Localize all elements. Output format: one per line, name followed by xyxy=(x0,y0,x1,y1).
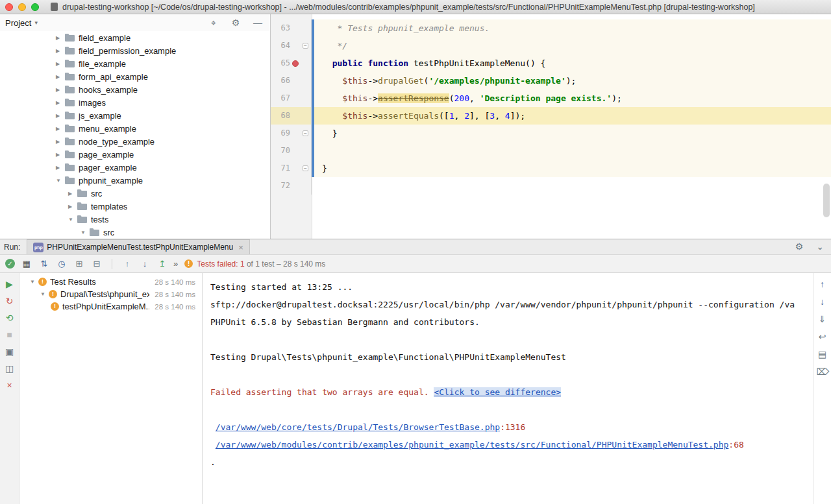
chevron-right-icon[interactable]: ▶ xyxy=(56,35,64,41)
console-file-link[interactable]: /var/www/web/core/tests/Drupal/Tests/Bro… xyxy=(216,422,500,432)
close-icon[interactable]: × xyxy=(4,381,16,390)
show-passed-icon[interactable]: ✓ xyxy=(5,259,15,269)
zoom-button[interactable] xyxy=(31,3,39,11)
stop-icon[interactable]: ■ xyxy=(4,330,16,340)
sort-alphabetically-icon[interactable]: ⇅ xyxy=(38,259,50,269)
tree-item-form_api_example[interactable]: ▶form_api_example xyxy=(0,70,270,83)
tree-item-js_example[interactable]: ▶js_example xyxy=(0,109,270,122)
code-text[interactable]: * Tests phpunit_example menus. xyxy=(314,19,831,37)
tree-item-label: node_type_example xyxy=(79,137,155,147)
clear-all-icon[interactable]: ⌦ xyxy=(817,367,828,377)
gear-icon[interactable]: ⚙ xyxy=(793,242,805,252)
tree-item-hooks_example[interactable]: ▶hooks_example xyxy=(0,83,270,96)
tree-item-templates[interactable]: ▶templates xyxy=(0,200,270,213)
tree-item-tests[interactable]: ▼tests xyxy=(0,213,270,226)
tree-item-field_example[interactable]: ▶field_example xyxy=(0,31,270,44)
test-tree-item[interactable]: !testPhpUnitExampleM...28 s 140 ms xyxy=(19,300,202,313)
chevron-down-icon[interactable]: ▼ xyxy=(56,178,64,184)
tree-item-label: js_example xyxy=(79,111,121,121)
chevron-right-icon[interactable]: ▶ xyxy=(56,139,64,145)
restore-layout-icon[interactable]: ▣ xyxy=(4,347,16,357)
collapse-all-icon[interactable]: ⊟ xyxy=(91,259,103,269)
chevron-right-icon[interactable]: ▶ xyxy=(68,191,77,197)
project-panel-title[interactable]: Project xyxy=(5,18,31,28)
fold-marker-icon[interactable]: − xyxy=(303,130,308,136)
toggle-auto-test-icon[interactable]: ⟲ xyxy=(4,313,16,323)
view-diff-link[interactable]: <Click to see difference> xyxy=(434,387,561,397)
tree-item-pager_example[interactable]: ▶pager_example xyxy=(0,161,270,174)
tree-item-field_permission_example[interactable]: ▶field_permission_example xyxy=(0,44,270,57)
test-tree-item[interactable]: ▼!Test Results28 s 140 ms xyxy=(19,276,202,288)
test-tree-item[interactable]: ▼!Drupal\Tests\phpunit_ex...28 s 140 ms xyxy=(19,288,202,300)
show-ignored-icon[interactable]: ▦ xyxy=(21,259,32,269)
previous-failed-test-icon[interactable]: ↑ xyxy=(121,259,133,269)
console-file-link[interactable]: /var/www/web/modules/contrib/examples/ph… xyxy=(216,440,729,450)
chevron-down-icon[interactable]: ▼ xyxy=(68,217,77,222)
tree-item-file_example[interactable]: ▶file_example xyxy=(0,57,270,70)
code-text[interactable]: } xyxy=(314,160,831,177)
code-text[interactable] xyxy=(314,177,831,195)
chevron-right-icon[interactable]: ▶ xyxy=(56,48,64,54)
close-button[interactable] xyxy=(5,3,13,11)
console-line: sftp://docker@drupaltest.docksal:2225/us… xyxy=(210,296,813,313)
hide-panel-icon[interactable]: — xyxy=(252,18,264,28)
tree-item-images[interactable]: ▶images xyxy=(0,96,270,109)
fold-slot: − xyxy=(301,160,310,177)
chevron-down-icon[interactable]: ▼ xyxy=(30,279,38,285)
code-text[interactable]: */ xyxy=(314,37,831,54)
tree-item-phpunit_example[interactable]: ▼phpunit_example xyxy=(0,174,270,187)
fold-marker-icon[interactable]: − xyxy=(303,165,308,171)
folder-icon xyxy=(65,125,75,133)
chevron-right-icon[interactable]: ▶ xyxy=(68,204,77,210)
minimize-button[interactable] xyxy=(18,3,26,11)
hide-panel-icon[interactable]: ⌄ xyxy=(814,242,826,252)
code-text[interactable] xyxy=(314,142,831,160)
next-failed-test-icon[interactable]: ↓ xyxy=(139,259,151,269)
sort-by-duration-icon[interactable]: ◷ xyxy=(56,259,68,269)
soft-wrap-icon[interactable]: ↩ xyxy=(817,332,828,342)
more-chevron-icon[interactable]: » xyxy=(173,259,178,269)
run-tabbar-icons: ⚙⌄ xyxy=(793,242,826,252)
chevron-right-icon[interactable]: ▶ xyxy=(56,152,64,158)
up-stack-trace-icon[interactable]: ↑ xyxy=(817,280,828,289)
chevron-right-icon[interactable]: ▶ xyxy=(56,100,64,106)
pin-tab-icon[interactable]: ◫ xyxy=(4,364,16,374)
run-tab[interactable]: php PHPUnitExampleMenuTest.testPhpUnitEx… xyxy=(27,239,249,254)
code-text[interactable]: $this->assertResponse(200, 'Description … xyxy=(314,90,831,107)
code-text[interactable]: $this->assertEquals([1, 2], [3, 4]); xyxy=(314,107,831,125)
rerun-tests-icon[interactable]: ▶ xyxy=(4,280,16,289)
gear-icon[interactable]: ⚙ xyxy=(230,18,242,28)
tree-item-page_example[interactable]: ▶page_example xyxy=(0,148,270,161)
fold-marker-icon[interactable]: − xyxy=(303,43,308,49)
export-test-results-icon[interactable]: ⇓ xyxy=(817,315,828,324)
run-tabbar: Run: php PHPUnitExampleMenuTest.testPhpU… xyxy=(0,239,831,255)
tree-item-node_type_example[interactable]: ▶node_type_example xyxy=(0,135,270,148)
locate-file-icon[interactable]: ⌖ xyxy=(208,18,219,28)
editor-scrollbar-thumb[interactable] xyxy=(823,184,830,217)
chevron-right-icon[interactable]: ▶ xyxy=(56,61,64,67)
chevron-down-icon[interactable]: ▼ xyxy=(40,291,49,297)
editor[interactable]: 63 * Tests phpunit_example menus.64− */6… xyxy=(271,14,831,239)
project-panel: Project ▾ ⌖⚙— ▶field_example▶field_permi… xyxy=(0,14,271,239)
chevron-right-icon[interactable]: ▶ xyxy=(56,74,64,80)
chevron-right-icon[interactable]: ▶ xyxy=(56,87,64,93)
expand-all-icon[interactable]: ⊞ xyxy=(73,259,85,269)
code-text[interactable]: $this->drupalGet('/examples/phpunit-exam… xyxy=(314,72,831,90)
tree-item-src[interactable]: ▼src xyxy=(0,226,270,239)
print-icon[interactable]: ▤ xyxy=(817,350,828,359)
rerun-failed-tests-icon[interactable]: ↻ xyxy=(4,296,16,306)
line-number: 67 xyxy=(271,90,290,107)
code-text[interactable]: } xyxy=(314,125,831,142)
import-test-results-icon[interactable]: ↥ xyxy=(156,259,168,269)
chevron-right-icon[interactable]: ▶ xyxy=(56,126,64,132)
chevron-down-icon[interactable]: ▾ xyxy=(34,19,38,26)
chevron-right-icon[interactable]: ▶ xyxy=(56,165,64,171)
tree-item-src[interactable]: ▶src xyxy=(0,187,270,200)
down-stack-trace-icon[interactable]: ↓ xyxy=(817,297,828,307)
code-text[interactable]: public function testPhpUnitExampleMenu()… xyxy=(314,54,831,72)
chevron-right-icon[interactable]: ▶ xyxy=(56,113,64,119)
tree-item-menu_example[interactable]: ▶menu_example xyxy=(0,122,270,135)
failed-test-gutter-icon[interactable] xyxy=(292,60,299,67)
close-tab-icon[interactable]: × xyxy=(238,243,243,252)
chevron-down-icon[interactable]: ▼ xyxy=(81,230,89,235)
